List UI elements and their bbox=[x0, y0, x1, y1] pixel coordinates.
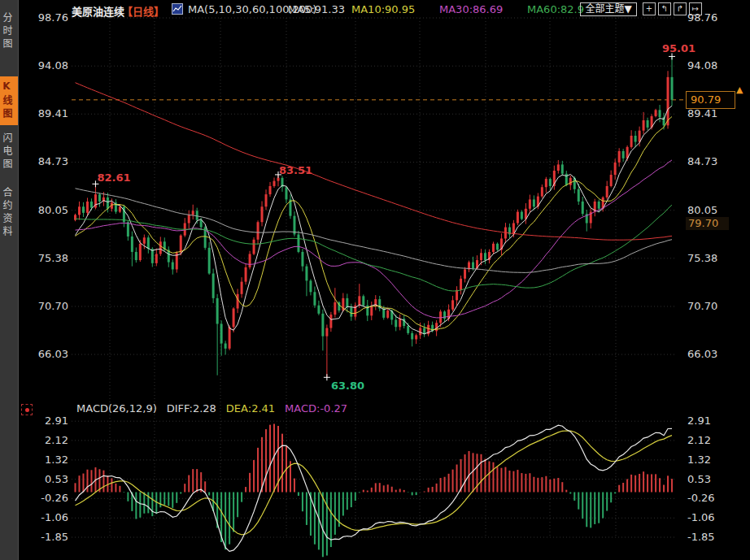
theme-dropdown-button[interactable]: 全部主题▼ bbox=[580, 2, 637, 16]
macd-tick-label: 1.32 bbox=[33, 454, 68, 466]
chart-type-sidebar: 分时图 K线图 闪电图 合约资料 bbox=[0, 0, 19, 560]
macd-tick-label: 2.91 bbox=[687, 415, 731, 427]
price-tick-label: 84.73 bbox=[687, 155, 731, 167]
price-annotation: 95.01 bbox=[662, 42, 695, 54]
ma10-value: MA10:90.95 bbox=[351, 3, 415, 15]
current-price-box: 90.79 bbox=[686, 91, 735, 109]
price-tick-label: 80.05 bbox=[687, 204, 731, 216]
period-tag: 【日线】 bbox=[122, 3, 164, 19]
macd-tick-label: -0.26 bbox=[687, 492, 731, 504]
macd-tick-label: -0.26 bbox=[33, 492, 68, 504]
price-tick-label: 75.38 bbox=[33, 252, 68, 264]
macd-tick-label: -1.06 bbox=[687, 511, 731, 523]
expand-icon[interactable]: ↱ bbox=[674, 2, 687, 15]
price-tick-label: 89.41 bbox=[687, 107, 731, 119]
price-tick-label: 80.05 bbox=[33, 204, 68, 216]
sidebar-item-lightning[interactable]: 闪电图 bbox=[0, 128, 18, 176]
price-tick-label: 70.70 bbox=[687, 300, 731, 312]
sidebar-item-timeshare[interactable]: 分时图 bbox=[0, 8, 18, 55]
ma30-value: MA30:86.69 bbox=[439, 3, 503, 15]
macd-tick-label: 1.32 bbox=[687, 454, 731, 466]
chart-header: 美原油连续 【日线】 MA(5,10,30,60,100,200) MA5:91… bbox=[18, 0, 750, 18]
indicator-target-icon[interactable] bbox=[21, 404, 33, 415]
price-tick-label: 70.70 bbox=[33, 300, 68, 312]
macd-dea-value: DEA:2.41 bbox=[226, 402, 275, 415]
macd-tick-label: 2.12 bbox=[33, 434, 68, 446]
compress-icon[interactable]: ↰ bbox=[658, 2, 671, 15]
macd-tick-label: -1.85 bbox=[687, 531, 731, 543]
ma60-value: MA60:82.9 bbox=[527, 3, 584, 15]
price-tick-label: 66.03 bbox=[687, 348, 731, 360]
shift-right-icon[interactable]: ↦ bbox=[689, 2, 702, 15]
move-icon[interactable]: + bbox=[643, 2, 656, 15]
macd-diff-value: DIFF:2.28 bbox=[167, 402, 216, 415]
trading-app-window: 分时图 K线图 闪电图 合约资料 美原油连续 【日线】 MA(5,10,30,6… bbox=[0, 0, 750, 560]
macd-tick-label: 0.53 bbox=[687, 473, 731, 485]
price-tick-label: 89.41 bbox=[33, 107, 68, 119]
price-tick-label: 94.08 bbox=[687, 59, 731, 72]
macd-formula-label: MACD(26,12,9) bbox=[76, 402, 157, 415]
price-annotation: 83.51 bbox=[279, 164, 312, 176]
symbol-title: 美原油连续 bbox=[72, 3, 124, 19]
macd-tick-label: 2.12 bbox=[687, 434, 731, 446]
macd-header: MACD(26,12,9) DIFF:2.28 DEA:2.41 MACD:-0… bbox=[76, 402, 347, 415]
sidebar-item-contract-info[interactable]: 合约资料 bbox=[0, 180, 18, 245]
sidebar-item-kline[interactable]: K线图 bbox=[0, 76, 18, 125]
ma10-line bbox=[76, 117, 673, 330]
price-tick-label: 66.03 bbox=[33, 348, 68, 360]
macd-tick-label: -1.85 bbox=[33, 531, 68, 543]
kline-chart-icon[interactable] bbox=[172, 3, 183, 15]
macd-tick-label: 0.53 bbox=[33, 473, 68, 485]
price-tick-label: 84.73 bbox=[33, 155, 68, 167]
dea-line bbox=[76, 431, 673, 535]
price-annotation: 82.61 bbox=[97, 171, 130, 184]
macd-bar-value: MACD:-0.27 bbox=[285, 402, 347, 415]
chart-toolbar: + ↰ ↱ ↦ bbox=[643, 2, 702, 15]
price-annotation: 63.80 bbox=[331, 380, 364, 392]
macd-tick-label: 2.91 bbox=[33, 415, 68, 427]
kline-chart-canvas[interactable] bbox=[0, 0, 750, 560]
grid-layer bbox=[72, 18, 686, 537]
reference-price-label: 79.70 bbox=[686, 217, 729, 230]
ma5-value: MA5:91.33 bbox=[288, 3, 345, 15]
macd-tick-label: -1.06 bbox=[33, 511, 68, 523]
ma5-line bbox=[76, 106, 673, 334]
price-tick-label: 94.08 bbox=[33, 59, 68, 72]
price-tick-label: 75.38 bbox=[687, 252, 731, 264]
price-up-arrow-icon: ▲ bbox=[736, 85, 743, 95]
diff-line bbox=[76, 425, 673, 551]
